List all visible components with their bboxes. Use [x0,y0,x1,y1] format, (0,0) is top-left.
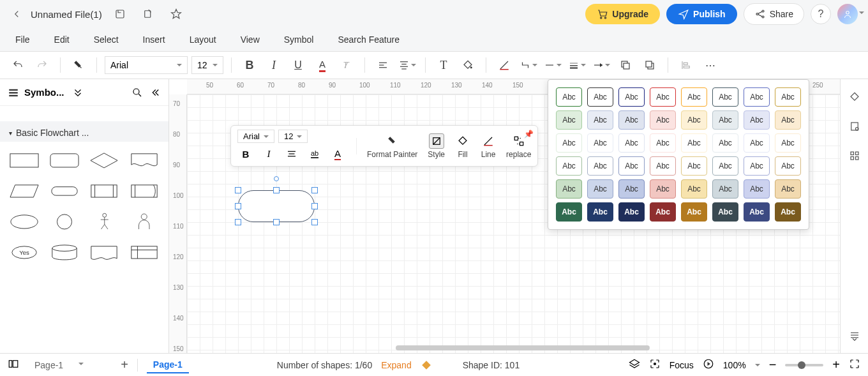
style-swatch[interactable]: Abc [587,87,613,107]
shape-parallelogram[interactable] [8,179,41,203]
style-swatch[interactable]: Abc [712,110,738,130]
style-swatch[interactable]: Abc [618,202,645,222]
float-size-select[interactable]: 12 [278,130,308,143]
line-color-button[interactable] [494,55,514,75]
style-swatch[interactable]: Abc [775,87,801,107]
shape-display[interactable] [87,240,121,264]
share-button[interactable]: Share [744,3,804,25]
redo-button[interactable] [32,55,52,75]
align-shapes-button[interactable] [676,55,696,75]
more-button[interactable]: ⋯ [700,55,721,75]
menu-symbol[interactable]: Symbol [284,34,314,45]
selected-shape[interactable] [238,190,315,222]
float-line[interactable]: Line [481,133,496,159]
search-icon[interactable] [131,87,143,98]
float-fill[interactable]: Fill [455,133,470,159]
style-swatch[interactable]: Abc [650,156,676,176]
valign-button[interactable] [397,55,417,75]
shape-actor[interactable] [87,209,121,234]
style-swatch[interactable]: Abc [681,110,707,130]
resize-handle-tr[interactable] [311,187,318,193]
style-swatch[interactable]: Abc [681,133,707,153]
style-swatch[interactable]: Abc [681,87,707,107]
style-swatch[interactable]: Abc [556,179,582,199]
style-swatch[interactable]: Abc [587,110,613,130]
expand-link[interactable]: Expand [381,360,411,370]
help-button[interactable]: ? [811,4,831,24]
behind-button[interactable] [615,55,636,75]
align-button[interactable] [373,55,393,75]
shape-stored-data[interactable] [128,179,161,203]
menu-layout[interactable]: Layout [190,34,216,45]
favorite-icon[interactable] [166,4,186,24]
style-swatch[interactable]: Abc [712,87,738,107]
layers-icon[interactable] [629,358,640,372]
horizontal-scrollbar[interactable] [205,345,840,353]
shape-yes-pill[interactable]: Yes [8,240,41,264]
bold-button[interactable]: B [239,55,260,75]
expand-sidebar-icon[interactable] [846,326,864,344]
style-swatch[interactable]: Abc [744,202,770,222]
add-page-button[interactable]: + [121,357,128,372]
style-swatch[interactable]: Abc [744,179,770,199]
style-swatch[interactable]: Abc [744,133,770,153]
shape-diamond[interactable] [87,148,121,172]
style-swatch[interactable]: Abc [650,202,676,222]
resize-handle-bl[interactable] [235,219,241,225]
italic-button[interactable]: I [264,55,284,75]
style-swatch[interactable]: Abc [712,133,738,153]
resize-handle-ml[interactable] [235,203,241,209]
resize-handle-tm[interactable] [273,187,280,193]
style-swatch[interactable]: Abc [681,156,707,176]
style-swatch[interactable]: Abc [556,110,582,130]
resize-handle-br[interactable] [311,219,318,225]
style-swatch[interactable]: Abc [618,87,645,107]
menu-select[interactable]: Select [94,34,119,45]
line-weight-button[interactable] [567,55,587,75]
style-swatch[interactable]: Abc [681,179,707,199]
page-dropdown-icon[interactable] [79,363,84,368]
zoom-slider[interactable] [785,364,823,366]
shape-circle[interactable] [48,209,82,234]
resize-handle-mr[interactable] [311,203,318,209]
collapse-panel-icon[interactable] [149,87,161,98]
export-icon[interactable] [138,4,158,24]
style-swatch[interactable]: Abc [650,87,676,107]
underline-button[interactable]: U [288,55,308,75]
text-tool-button[interactable]: T [433,55,454,75]
shape-database[interactable] [48,240,82,264]
zoom-in-button[interactable]: + [832,357,840,372]
back-button[interactable] [10,8,23,20]
style-swatch[interactable]: Abc [681,202,707,222]
shape-terminator[interactable] [48,179,82,203]
style-swatch[interactable]: Abc [775,179,801,199]
shape-user[interactable] [128,209,161,234]
grid-icon[interactable] [846,147,864,165]
focus-target-icon[interactable] [649,358,661,372]
menu-file[interactable]: File [15,34,30,45]
float-highlight[interactable]: ab [306,146,323,162]
resize-handle-bm[interactable] [273,219,280,225]
style-swatch[interactable]: Abc [650,110,676,130]
shape-internal[interactable] [128,240,161,264]
shape-predefined[interactable] [87,179,121,203]
float-font-select[interactable]: Arial [237,130,274,143]
style-swatch[interactable]: Abc [618,156,645,176]
style-swatch[interactable]: Abc [587,156,613,176]
undo-button[interactable] [8,55,28,75]
style-swatch[interactable]: Abc [556,202,582,222]
page-tab-outline[interactable]: Page-1 [28,357,70,373]
text-color-button[interactable]: A [312,55,333,75]
style-swatch[interactable]: Abc [712,156,738,176]
clear-format-button[interactable] [336,55,357,75]
shape-document[interactable] [128,148,161,172]
float-text-color[interactable]: A [329,146,346,162]
upgrade-button[interactable]: Upgrade [585,4,660,24]
line-style-button[interactable] [542,55,563,75]
style-swatch[interactable]: Abc [775,133,801,153]
style-swatch[interactable]: Abc [712,179,738,199]
arrow-style-button[interactable] [591,55,611,75]
zoom-value[interactable]: 100% [723,360,746,370]
format-painter-button[interactable] [68,55,89,75]
menu-view[interactable]: View [241,34,260,45]
